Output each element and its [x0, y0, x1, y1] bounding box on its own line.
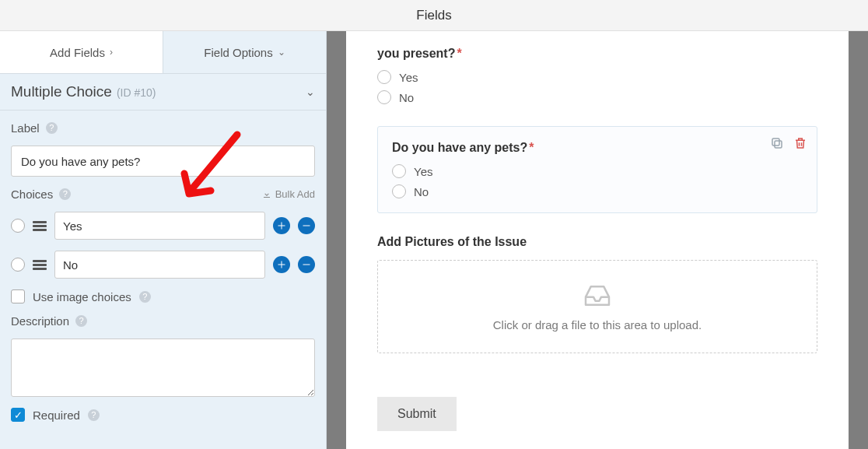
- description-caption: Description: [11, 314, 69, 328]
- field-label: Add Pictures of the Issue: [377, 235, 817, 249]
- bulk-add-button[interactable]: Bulk Add: [262, 188, 315, 200]
- option-label: Yes: [414, 165, 432, 178]
- choice-default-radio[interactable]: [11, 258, 25, 272]
- form-preview-area: you present?* Yes No Do you have any pet…: [327, 31, 868, 449]
- duplicate-icon[interactable]: [770, 136, 784, 150]
- radio-icon: [377, 90, 391, 104]
- tab-field-options-label: Field Options: [204, 46, 272, 59]
- help-icon[interactable]: ?: [75, 315, 87, 327]
- field-label: Do you have any pets?: [392, 141, 527, 154]
- radio-option[interactable]: Yes: [392, 164, 803, 178]
- tab-add-fields-label: Add Fields: [50, 46, 105, 59]
- option-label: No: [414, 185, 429, 198]
- preview-field[interactable]: Add Pictures of the Issue Click or drag …: [377, 235, 817, 353]
- plus-icon: [277, 260, 286, 269]
- bulk-add-label: Bulk Add: [275, 188, 315, 200]
- drag-handle-icon[interactable]: [33, 221, 47, 231]
- field-label: you present?: [377, 47, 455, 60]
- required-asterisk: *: [457, 47, 461, 60]
- preview-field-selected[interactable]: Do you have any pets?* Yes No: [377, 126, 817, 213]
- required-label: Required: [33, 409, 80, 422]
- download-icon: [262, 190, 271, 199]
- choice-input[interactable]: [54, 212, 265, 240]
- minus-icon: [302, 260, 311, 269]
- radio-icon: [392, 164, 406, 178]
- file-dropzone[interactable]: Click or drag a file to this area to upl…: [377, 260, 817, 353]
- preview-field[interactable]: you present?* Yes No: [377, 47, 817, 104]
- field-header[interactable]: Multiple Choice (ID #10) ⌄: [0, 74, 326, 110]
- image-choices-checkbox[interactable]: [11, 289, 25, 303]
- image-choices-row: Use image choices ?: [11, 289, 315, 303]
- drag-handle-icon[interactable]: [33, 260, 47, 270]
- svg-rect-0: [775, 141, 782, 148]
- help-icon[interactable]: ?: [88, 409, 100, 421]
- dropzone-text: Click or drag a file to this area to upl…: [493, 318, 702, 331]
- required-asterisk: *: [529, 141, 534, 154]
- page-title: Fields: [0, 0, 868, 31]
- add-choice-button[interactable]: [273, 256, 290, 273]
- submit-button[interactable]: Submit: [377, 397, 457, 431]
- image-choices-label: Use image choices: [33, 290, 131, 303]
- add-choice-button[interactable]: [273, 217, 290, 234]
- help-icon[interactable]: ?: [46, 122, 58, 134]
- required-checkbox[interactable]: ✓: [11, 408, 25, 422]
- inbox-icon: [582, 282, 613, 309]
- radio-icon: [377, 70, 391, 84]
- svg-rect-1: [772, 139, 779, 146]
- field-type: Multiple Choice: [11, 83, 112, 100]
- option-label: No: [399, 91, 414, 104]
- label-caption-row: Label ?: [11, 121, 315, 135]
- field-id: (ID #10): [117, 86, 156, 99]
- required-row: ✓ Required ?: [11, 408, 315, 422]
- plus-icon: [277, 221, 286, 230]
- radio-option[interactable]: No: [392, 184, 803, 198]
- remove-choice-button[interactable]: [298, 256, 315, 273]
- chevron-down-icon[interactable]: ⌄: [306, 86, 315, 98]
- chevron-down-icon: ⌄: [278, 47, 285, 58]
- choice-row: [11, 212, 315, 240]
- label-input[interactable]: [11, 146, 315, 177]
- radio-option[interactable]: No: [377, 90, 817, 104]
- choice-input[interactable]: [54, 251, 265, 279]
- remove-choice-button[interactable]: [298, 217, 315, 234]
- description-input[interactable]: [11, 339, 315, 397]
- field-options-panel: Add Fields › Field Options ⌄ Multiple Ch…: [0, 31, 327, 449]
- label-caption: Label: [11, 121, 40, 135]
- help-icon[interactable]: ?: [139, 291, 151, 303]
- radio-option[interactable]: Yes: [377, 70, 817, 84]
- option-label: Yes: [399, 71, 418, 84]
- radio-icon: [392, 184, 406, 198]
- minus-icon: [302, 221, 311, 230]
- choice-row: [11, 251, 315, 279]
- tab-field-options[interactable]: Field Options ⌄: [163, 31, 326, 73]
- chevron-right-icon: ›: [110, 47, 113, 58]
- help-icon[interactable]: ?: [59, 188, 71, 200]
- choices-caption: Choices: [11, 188, 53, 201]
- choice-default-radio[interactable]: [11, 219, 25, 233]
- trash-icon[interactable]: [793, 136, 807, 150]
- tab-add-fields[interactable]: Add Fields ›: [0, 31, 163, 73]
